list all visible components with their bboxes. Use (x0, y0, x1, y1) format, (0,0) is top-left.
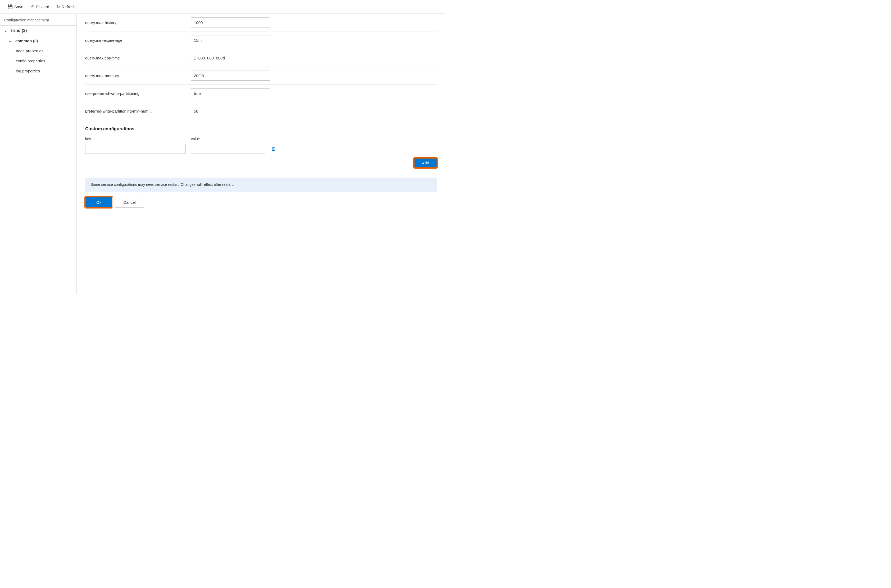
config-row-5: preferred-write-partitioning-min-num... (85, 102, 437, 120)
config-input-2[interactable] (191, 53, 270, 63)
custom-value-input[interactable] (191, 144, 265, 154)
add-button[interactable]: Add (414, 158, 437, 168)
delete-custom-row-button[interactable]: 🗑 (270, 145, 277, 153)
config-label-4: use-preferred-write-partitioning (85, 91, 186, 96)
tree-item-trino-label: trino (3) (11, 28, 27, 33)
file-label: node.properties (16, 49, 44, 53)
refresh-label: Refresh (62, 4, 76, 9)
info-banner-text: Some service configurations may need ser… (90, 182, 234, 187)
custom-headers: key value (85, 137, 437, 141)
custom-configurations-section: Custom configurations key value 🗑 Add So… (85, 126, 437, 208)
file-label: config.properties (16, 58, 45, 63)
chevron-down-icon: ⌄ (4, 29, 9, 33)
save-label: Save (14, 4, 23, 9)
cancel-button[interactable]: Cancel (115, 197, 144, 208)
custom-row-0: 🗑 (85, 144, 437, 154)
tree-item-config-properties[interactable]: config.properties (0, 56, 77, 66)
config-row-3: query.max-memory (85, 67, 437, 85)
sidebar: Configuration management ⌄ trino (3) ⌄ c… (0, 14, 77, 294)
tree-item-trino[interactable]: ⌄ trino (3) (0, 26, 77, 36)
config-input-0[interactable] (191, 18, 270, 27)
save-icon: 💾 (8, 4, 13, 9)
tree-item-common-label: common (3) (15, 39, 38, 43)
tree-item-log-properties[interactable]: log.properties (0, 66, 77, 76)
config-label-0: query.max-history (85, 20, 186, 25)
ok-button[interactable]: Ok (85, 197, 113, 208)
config-row-2: query.max-cpu-time (85, 49, 437, 67)
refresh-icon: ↻ (57, 4, 60, 9)
toolbar: 💾 Save ↶ Discard ↻ Refresh (0, 0, 446, 14)
config-label-1: query.min-expire-age (85, 38, 186, 42)
custom-value-header: value (191, 137, 270, 141)
custom-section-title: Custom configurations (85, 126, 437, 132)
content-area: query.max-history query.min-expire-age q… (77, 14, 446, 294)
config-input-4[interactable] (191, 88, 270, 98)
config-row-0: query.max-history (85, 14, 437, 32)
config-row-1: query.min-expire-age (85, 32, 437, 49)
custom-key-header: key (85, 137, 186, 141)
config-row-4: use-preferred-write-partitioning (85, 85, 437, 102)
config-input-3[interactable] (191, 70, 270, 81)
discard-button[interactable]: ↶ Discard (27, 3, 53, 10)
config-label-5: preferred-write-partitioning-min-num... (85, 109, 186, 113)
info-banner: Some service configurations may need ser… (85, 178, 437, 192)
config-input-5[interactable] (191, 106, 270, 116)
config-label-2: query.max-cpu-time (85, 56, 186, 60)
config-label-3: query.max-memory (85, 74, 186, 78)
refresh-button[interactable]: ↻ Refresh (53, 3, 79, 10)
sidebar-title: Configuration management (0, 14, 77, 26)
tree-item-common[interactable]: ⌄ common (3) (0, 36, 77, 46)
config-input-1[interactable] (191, 35, 270, 45)
chevron-down-icon-2: ⌄ (9, 39, 13, 43)
tree-item-node-properties[interactable]: node.properties (0, 46, 77, 56)
bottom-buttons: Ok Cancel (85, 197, 437, 208)
save-button[interactable]: 💾 Save (4, 3, 26, 10)
discard-icon: ↶ (31, 4, 34, 9)
add-row: Add (85, 158, 437, 172)
file-label: log.properties (16, 69, 40, 73)
trash-icon: 🗑 (271, 146, 276, 152)
custom-key-input[interactable] (85, 144, 186, 154)
main-layout: Configuration management ⌄ trino (3) ⌄ c… (0, 14, 446, 294)
discard-label: Discard (36, 4, 49, 9)
